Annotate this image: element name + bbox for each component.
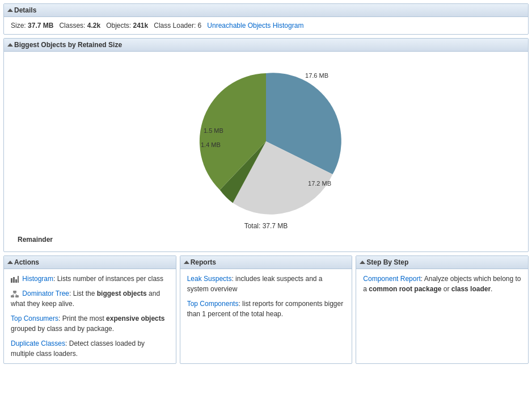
action-duplicate-classes: Duplicate Classes: Detect classes loaded… — [11, 338, 169, 359]
component-bold1: common root package — [369, 285, 441, 293]
svg-rect-4 — [13, 291, 16, 293]
classloader-value: 6 — [198, 22, 202, 30]
details-section: Details Size: 37.7 MB Classes: 4.2k Obje… — [3, 3, 529, 35]
top-consumers-text2: grouped by class and by package. — [11, 325, 114, 333]
svg-rect-1 — [13, 277, 15, 283]
classes-label: Classes: — [59, 22, 85, 30]
unreachable-objects-link[interactable]: Unreachable Objects Histogram — [207, 22, 303, 30]
top-components-link[interactable]: Top Components — [187, 300, 239, 308]
actions-body: Histogram: Lists number of instances per… — [4, 269, 176, 363]
actions-header: Actions — [4, 256, 176, 269]
dominator-bold: biggest objects — [97, 290, 147, 297]
biggest-objects-body: 17.6 MB 17.2 MB 1.5 MB 1.4 MB Total: 37.… — [4, 52, 528, 252]
label-17-6: 17.6 MB — [305, 72, 328, 79]
remainder-label: Remainder — [11, 232, 521, 247]
action-top-consumers: Top Consumers: Print the most expensive … — [11, 313, 169, 334]
classloader-label: Class Loader: — [154, 22, 196, 30]
actions-title: Actions — [14, 258, 39, 266]
details-body: Size: 37.7 MB Classes: 4.2k Objects: 241… — [4, 17, 528, 34]
classes-value: 4.2k — [87, 22, 100, 30]
action-dominator: Dominator Tree: List the biggest objects… — [11, 288, 169, 309]
svg-line-6 — [15, 293, 17, 295]
label-1-5: 1.5 MB — [204, 127, 223, 134]
component-report-link[interactable]: Component Report — [363, 275, 420, 283]
chart-total: Total: 37.7 MB — [244, 222, 288, 230]
svg-rect-7 — [11, 295, 14, 297]
top-consumers-text1: : Print the most — [58, 315, 106, 322]
component-text3: . — [491, 285, 492, 293]
bottom-row: Actions Histogram: Lists number of insta… — [3, 255, 529, 364]
objects-label: Objects: — [106, 22, 131, 30]
svg-rect-0 — [11, 278, 12, 283]
details-header: Details — [4, 4, 528, 17]
dominator-link[interactable]: Dominator Tree — [22, 290, 69, 297]
collapse-icon-actions[interactable] — [7, 261, 13, 264]
biggest-objects-title: Biggest Objects by Retained Size — [14, 41, 122, 49]
report-leak-suspects: Leak Suspects: includes leak suspects an… — [187, 274, 345, 294]
report-top-components: Top Components: list reports for compone… — [187, 299, 345, 319]
biggest-objects-header: Biggest Objects by Retained Size — [4, 39, 528, 52]
collapse-icon-2[interactable] — [7, 43, 13, 47]
histogram-text: : Lists number of instances per class — [53, 275, 163, 283]
reports-title: Reports — [191, 258, 216, 266]
svg-rect-3 — [18, 276, 19, 283]
reports-body: Leak Suspects: includes leak suspects an… — [180, 269, 352, 324]
svg-rect-8 — [15, 295, 19, 297]
step-component-report: Component Report: Analyze objects which … — [363, 274, 521, 294]
collapse-icon[interactable] — [7, 9, 13, 12]
svg-line-5 — [12, 293, 15, 295]
step-by-step-title: Step By Step — [366, 258, 408, 266]
details-info: Size: 37.7 MB Classes: 4.2k Objects: 241… — [11, 22, 521, 30]
component-text2: or — [441, 285, 451, 293]
step-by-step-header: Step By Step — [356, 256, 528, 269]
collapse-icon-step[interactable] — [360, 261, 365, 264]
component-bold2: class loader — [451, 285, 491, 293]
details-title: Details — [14, 6, 36, 14]
histogram-link[interactable]: Histogram — [22, 275, 53, 283]
actions-section: Actions Histogram: Lists number of insta… — [3, 255, 176, 364]
top-consumers-link[interactable]: Top Consumers — [11, 315, 58, 322]
duplicate-classes-link[interactable]: Duplicate Classes — [11, 339, 65, 347]
dominator-text1: : List the — [69, 290, 97, 297]
size-value: 37.7 MB — [28, 22, 53, 30]
dominator-icon — [11, 291, 19, 297]
objects-value: 241k — [133, 22, 149, 30]
reports-section: Reports Leak Suspects: includes leak sus… — [180, 255, 353, 364]
leak-suspects-link[interactable]: Leak Suspects — [187, 275, 232, 283]
label-17-2: 17.2 MB — [308, 180, 331, 187]
svg-rect-2 — [15, 279, 17, 283]
collapse-icon-reports[interactable] — [184, 261, 189, 264]
label-1-4: 1.4 MB — [201, 141, 221, 148]
chart-container: 17.6 MB 17.2 MB 1.5 MB 1.4 MB Total: 37.… — [11, 56, 521, 232]
biggest-objects-section: Biggest Objects by Retained Size 17.6 MB — [3, 38, 529, 252]
pie-chart-wrapper: 17.6 MB 17.2 MB 1.5 MB 1.4 MB — [187, 62, 345, 221]
action-histogram: Histogram: Lists number of instances per… — [11, 274, 169, 284]
reports-header: Reports — [180, 256, 352, 269]
top-consumers-bold: expensive objects — [106, 315, 164, 322]
histogram-icon — [11, 276, 19, 283]
size-label: Size: — [11, 22, 26, 30]
step-by-step-section: Step By Step Component Report: Analyze o… — [356, 255, 529, 364]
step-by-step-body: Component Report: Analyze objects which … — [356, 269, 528, 299]
